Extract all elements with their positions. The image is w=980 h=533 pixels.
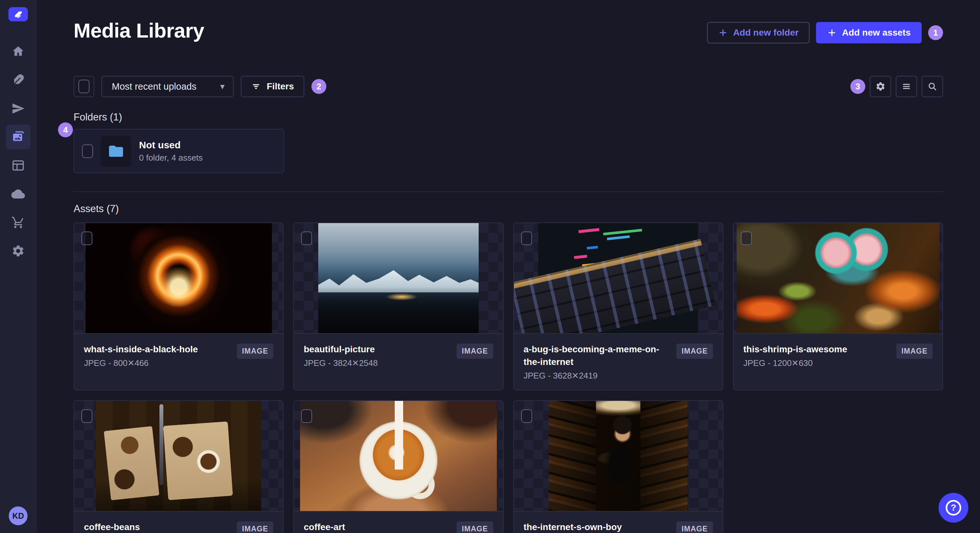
- search-icon: [927, 81, 937, 92]
- add-new-folder-button[interactable]: Add new folder: [707, 22, 810, 43]
- asset-card[interactable]: this-shrimp-is-awesome JPEG - 1200✕630 I…: [733, 222, 943, 390]
- help-icon: ?: [946, 500, 961, 516]
- layout-icon: [11, 159, 25, 172]
- asset-type-badge: IMAGE: [676, 521, 713, 533]
- asset-info: what-s-inside-a-black-hole JPEG - 800✕46…: [74, 333, 283, 377]
- tour-badge-2[interactable]: 2: [312, 79, 326, 94]
- sidebar-item-media-library[interactable]: [6, 125, 30, 149]
- asset-type-badge: IMAGE: [676, 344, 713, 359]
- sidebar-item-marketplace[interactable]: [6, 210, 30, 235]
- asset-media: [74, 223, 283, 333]
- search-button[interactable]: [922, 76, 943, 97]
- avatar[interactable]: KD: [9, 506, 27, 525]
- asset-name: beautiful-picture: [304, 343, 450, 355]
- add-new-assets-button[interactable]: Add new assets: [816, 22, 922, 43]
- asset-type-badge: IMAGE: [457, 521, 493, 533]
- folder-card[interactable]: Not used 0 folder, 4 assets: [73, 129, 284, 173]
- asset-media: [734, 223, 942, 333]
- help-glyph: ?: [950, 503, 956, 512]
- chevron-down-icon: ▾: [220, 82, 224, 91]
- asset-card[interactable]: coffee-beans JPEG - 5021✕3347 IMAGE: [73, 400, 283, 533]
- asset-meta: JPEG - 3824✕2548: [304, 358, 450, 368]
- help-button[interactable]: ?: [939, 493, 968, 523]
- filter-icon: [251, 82, 261, 91]
- cloud-icon: [11, 187, 25, 201]
- portafilter-shape: [159, 404, 163, 485]
- asset-checkbox[interactable]: [81, 409, 92, 423]
- page-title: Media Library: [73, 19, 204, 42]
- asset-checkbox[interactable]: [741, 232, 752, 245]
- home-icon: [11, 45, 25, 58]
- gear-icon: [11, 244, 25, 258]
- asset-checkbox[interactable]: [521, 232, 532, 245]
- plus-icon: [827, 28, 837, 38]
- asset-name: what-s-inside-a-black-hole: [84, 343, 231, 355]
- asset-name: a-bug-is-becoming-a-meme-on-the-internet: [524, 343, 670, 368]
- asset-checkbox[interactable]: [81, 232, 92, 245]
- asset-type-badge: IMAGE: [237, 344, 273, 359]
- asset-checkbox[interactable]: [301, 409, 312, 423]
- sidebar-item-home[interactable]: [6, 39, 30, 64]
- add-new-assets-label: Add new assets: [842, 27, 911, 38]
- folder-name: Not used: [139, 140, 203, 151]
- sidebar-item-releases[interactable]: [6, 96, 30, 121]
- asset-checkbox[interactable]: [521, 409, 532, 423]
- filters-label: Filters: [267, 81, 294, 92]
- folders-heading: Folders (1): [73, 111, 943, 123]
- tour-badge-3[interactable]: 3: [850, 79, 865, 94]
- asset-info: the-internet-s-own-boy JPEG - 1200✕707 I…: [514, 511, 723, 533]
- asset-name: the-internet-s-own-boy: [524, 521, 670, 533]
- asset-card[interactable]: coffee-art JPEG - 5824✕3259 IMAGE: [293, 400, 503, 533]
- folder-checkbox[interactable]: [82, 144, 93, 158]
- sort-select[interactable]: Most recent uploads ▾: [102, 76, 234, 97]
- asset-text: coffee-beans JPEG - 5021✕3347: [84, 521, 231, 533]
- sidebar-item-settings[interactable]: [6, 239, 30, 263]
- asset-card[interactable]: what-s-inside-a-black-hole JPEG - 800✕46…: [73, 222, 283, 390]
- view-settings-button[interactable]: [870, 76, 891, 97]
- filters-button[interactable]: Filters: [241, 76, 304, 97]
- asset-name: coffee-art: [304, 521, 450, 533]
- add-new-folder-label: Add new folder: [733, 27, 799, 38]
- sidebar-item-content-type-builder[interactable]: [6, 153, 30, 178]
- section-divider: [73, 191, 943, 192]
- strapi-logo-icon[interactable]: [8, 7, 28, 21]
- select-all-checkbox[interactable]: [78, 80, 89, 93]
- asset-media: [74, 401, 283, 511]
- asset-card[interactable]: a-bug-is-becoming-a-meme-on-the-internet…: [513, 222, 723, 390]
- page-header: Media Library Add new folder Add new ass…: [73, 19, 943, 43]
- folders-section: Folders (1) 4 Not used 0 folder, 4 asset…: [73, 111, 943, 173]
- asset-thumbnail-library-boy: [549, 401, 688, 511]
- asset-thumbnail-coffee-art: [300, 401, 497, 511]
- sidebar: KD: [0, 0, 37, 533]
- asset-thumbnail-shrimp: [737, 223, 940, 333]
- asset-meta: JPEG - 800✕466: [84, 358, 231, 368]
- plus-icon: [718, 28, 728, 38]
- asset-info: a-bug-is-becoming-a-meme-on-the-internet…: [514, 333, 723, 390]
- asset-meta: JPEG - 1200✕630: [743, 358, 890, 368]
- asset-card[interactable]: beautiful-picture JPEG - 3824✕2548 IMAGE: [293, 222, 503, 390]
- select-all-wrapper[interactable]: [73, 76, 94, 97]
- asset-name: coffee-beans: [84, 521, 231, 533]
- asset-media: [514, 401, 723, 511]
- tour-badge-1[interactable]: 1: [928, 25, 943, 40]
- sidebar-divider: [0, 28, 36, 28]
- asset-meta: JPEG - 3628✕2419: [524, 371, 670, 381]
- sidebar-item-deploy[interactable]: [6, 182, 30, 206]
- avatar-initials: KD: [12, 511, 24, 521]
- sidebar-item-content[interactable]: [6, 68, 30, 92]
- asset-text: what-s-inside-a-black-hole JPEG - 800✕46…: [84, 343, 231, 368]
- list-view-button[interactable]: [896, 76, 917, 97]
- asset-text: coffee-art JPEG - 5824✕3259: [304, 521, 450, 533]
- asset-info: coffee-beans JPEG - 5021✕3347 IMAGE: [74, 511, 283, 533]
- asset-media: [294, 223, 503, 333]
- asset-card[interactable]: the-internet-s-own-boy JPEG - 1200✕707 I…: [513, 400, 723, 533]
- asset-name: this-shrimp-is-awesome: [743, 343, 890, 355]
- gear-icon: [875, 81, 886, 92]
- asset-thumbnail-mountains: [318, 223, 479, 333]
- asset-thumbnail-code-laptop: [538, 223, 698, 333]
- sort-select-value: Most recent uploads: [112, 81, 196, 92]
- assets-heading: Assets (7): [73, 203, 943, 215]
- asset-checkbox[interactable]: [301, 232, 312, 245]
- tour-badge-4[interactable]: 4: [58, 122, 73, 137]
- asset-type-badge: IMAGE: [896, 344, 933, 359]
